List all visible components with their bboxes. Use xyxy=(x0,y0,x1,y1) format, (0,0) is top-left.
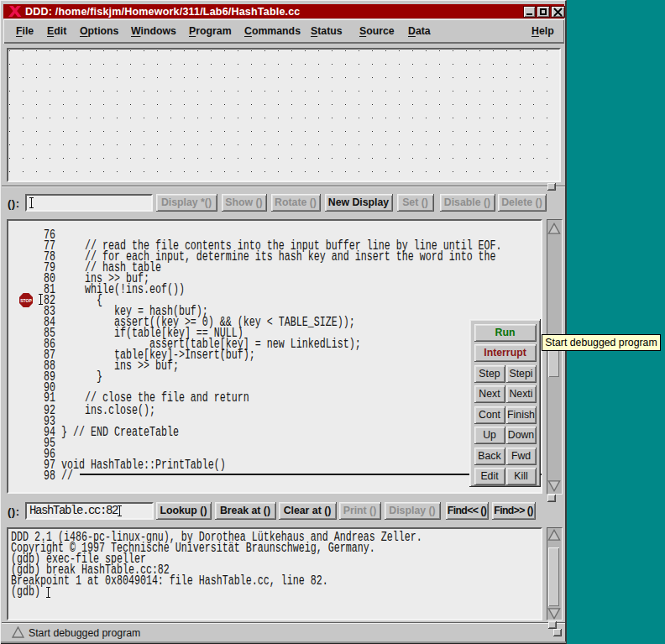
svg-text:STOP: STOP xyxy=(20,298,32,303)
